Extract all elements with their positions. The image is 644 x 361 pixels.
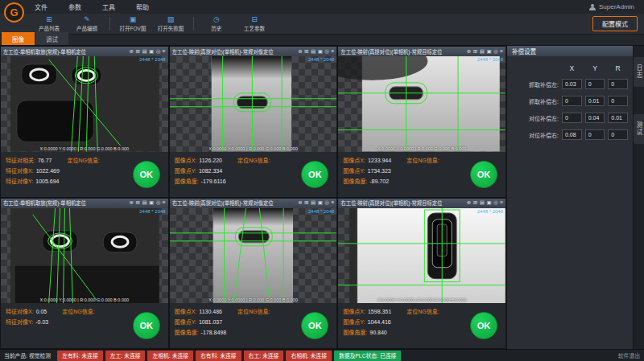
layers-icon[interactable]: ▤	[311, 49, 316, 55]
grab-comp-right-y-input[interactable]	[585, 96, 605, 106]
info-line: 特征对像X: 0.05 定位NG信息:	[6, 306, 126, 317]
toolbar-item-history[interactable]: ◷ 历史	[198, 14, 235, 34]
toolbar-item-product-list[interactable]: ⊞ 产品列表	[31, 14, 68, 34]
menu-help[interactable]: 帮助	[132, 1, 153, 13]
layers-icon[interactable]: ▤	[480, 200, 485, 206]
side-tab-test[interactable]: 测试	[634, 114, 644, 144]
product-edit-icon: ✎	[84, 16, 90, 23]
cursor-coordinates: X:0.0000 Y:0.0000 | R:0.000 G:0.000 B:0.…	[378, 297, 467, 302]
app-window: G 文件 参数 工具 帮助 SuperAdmin ⊞ 产品列表 ✎ 产品编辑 ▣…	[0, 0, 644, 361]
align-comp-left-x-input[interactable]	[562, 113, 582, 123]
status-ok-lamp: OK	[301, 161, 328, 188]
fit-icon[interactable]: ⊞	[473, 200, 477, 206]
menu-icon[interactable]: ≡	[163, 49, 166, 55]
zoom-icon[interactable]: ⊕	[129, 200, 133, 206]
col-header-x: X	[562, 64, 582, 72]
status-chip-left-material: 左有料: 未连接	[57, 351, 103, 361]
grid-icon[interactable]: ▣	[486, 49, 491, 55]
target-icon[interactable]: ◎	[493, 49, 498, 55]
grab-comp-right-x-input[interactable]	[562, 96, 582, 106]
grab-comp-right-label: 抓取补偿右:	[512, 97, 559, 105]
cell-result-panel: 特征对像X: 0.05 定位NG信息: 特征对像Y: -0.03 OK	[1, 303, 168, 348]
tab-debug[interactable]: 调试	[35, 32, 68, 45]
grab-comp-right-r-input[interactable]	[608, 96, 628, 106]
fit-icon[interactable]: ⊞	[135, 200, 139, 206]
camera-image[interactable]: 2448 * 2048 X:0.0000 Y:0.0000 | R:0.000 …	[1, 56, 168, 152]
align-comp-right-y-input[interactable]	[585, 129, 605, 140]
fit-icon[interactable]: ⊞	[135, 49, 139, 55]
user-menu[interactable]: SuperAdmin	[589, 3, 644, 10]
cursor-coordinates: X:0.0000 Y:0.0000 | R:0.000 G:0.000 B:0.…	[40, 297, 130, 302]
menu-icon[interactable]: ≡	[500, 49, 503, 55]
grid-icon[interactable]: ▣	[486, 200, 491, 206]
tab-image[interactable]: 图像	[2, 32, 35, 45]
menu-params[interactable]: 参数	[64, 1, 85, 13]
align-comp-right-x-input[interactable]	[562, 129, 582, 140]
camera-image[interactable]: 2448 * 2048 X:0.0000 Y:0.0000 | R:0.000 …	[170, 208, 337, 304]
cell-header: 右工位-映射(真提对位)(单相机)-常规目标定位 ⊕ ⊞ ▤ ▣ ◎ ≡	[338, 199, 506, 208]
camera-scene	[170, 208, 337, 304]
zoom-icon[interactable]: ⊕	[467, 200, 471, 206]
toolbar-item-label: 历史	[212, 24, 222, 32]
cell-result-panel: 图像点X: 1126.220 定位NG信息: 图像点Y: 1082.334 图像…	[170, 152, 337, 197]
grid-icon[interactable]: ▣	[318, 200, 323, 206]
grab-comp-left-r-input[interactable]	[608, 79, 628, 89]
menu-icon[interactable]: ≡	[332, 49, 335, 55]
grid-icon[interactable]: ▣	[149, 49, 154, 55]
info-value: -89.702	[369, 176, 389, 187]
zoom-icon[interactable]: ⊕	[298, 200, 302, 206]
info-value: -178.8498	[201, 327, 227, 338]
grid-icon[interactable]: ▣	[318, 49, 323, 55]
menu-icon[interactable]: ≡	[163, 200, 166, 206]
grab-comp-left-x-input[interactable]	[562, 79, 582, 89]
layers-icon[interactable]: ▤	[142, 49, 147, 55]
grid-icon[interactable]: ▣	[149, 200, 154, 206]
config-mode-button[interactable]: 配置模式	[592, 16, 638, 31]
target-icon[interactable]: ◎	[156, 49, 161, 55]
fit-icon[interactable]: ⊞	[473, 49, 477, 55]
camera-image[interactable]: 2448 * 2048 X:0.0000 Y:0.0000 | R:0.000 …	[1, 208, 168, 304]
info-line: 图像角度: -179.6116	[175, 176, 295, 187]
zoom-icon[interactable]: ⊕	[298, 49, 302, 55]
camera-image[interactable]: 2448 * 2048 X:0.0000 Y:0.0000 | R:0.000 …	[338, 208, 506, 304]
toolbar-item-open-fail-image[interactable]: ▨ 打开失败图	[152, 14, 189, 34]
info-label: 图像点X:	[175, 306, 197, 317]
info-value: 1005.694	[35, 176, 59, 187]
fit-icon[interactable]: ⊞	[304, 200, 308, 206]
menu-icon[interactable]: ≡	[500, 200, 503, 206]
target-icon[interactable]: ◎	[324, 49, 329, 55]
zoom-icon[interactable]: ⊕	[467, 49, 471, 55]
image-resolution: 2448 * 2048	[308, 57, 334, 62]
menu-icon[interactable]: ≡	[332, 200, 335, 206]
info-label: 特征对相关:	[6, 155, 35, 166]
open-fov-image-icon: ▣	[130, 16, 137, 23]
target-icon[interactable]: ◎	[493, 200, 498, 206]
camera-image[interactable]: 2448 * 2048 X:0.0000 Y:0.0000 | R:0.000 …	[338, 56, 506, 152]
info-label: 图像点Y:	[343, 166, 365, 176]
grab-comp-left-y-input[interactable]	[585, 79, 605, 89]
align-comp-left-r-input[interactable]	[608, 113, 628, 123]
fit-icon[interactable]: ⊞	[304, 49, 308, 55]
info-label: 图像点X:	[343, 155, 365, 166]
camera-image[interactable]: 2448 * 2048 X:0.0000 Y:0.0000 | R:0.000 …	[170, 56, 337, 152]
toolbar-item-product-edit[interactable]: ✎ 产品编辑	[68, 14, 105, 34]
align-comp-left-y-input[interactable]	[585, 113, 605, 123]
target-icon[interactable]: ◎	[324, 200, 329, 206]
cell-title: 左工位-映射(真提对位)(单相机)-常规对像定位	[172, 48, 297, 55]
toolbar-item-open-fov-image[interactable]: ▣ 打开FOV图	[114, 14, 151, 34]
side-tab-log[interactable]: 日志	[634, 57, 644, 87]
menu-file[interactable]: 文件	[31, 1, 52, 13]
layers-icon[interactable]: ▤	[480, 49, 485, 55]
layers-icon[interactable]: ▤	[311, 200, 316, 206]
zoom-icon[interactable]: ⊕	[129, 49, 133, 55]
target-icon[interactable]: ◎	[156, 200, 161, 206]
toolbar-item-process-params[interactable]: ⊟ 工艺参数	[236, 14, 273, 34]
history-icon: ◷	[213, 16, 220, 23]
info-value: -0.03	[35, 317, 48, 327]
toolbar-item-label: 产品列表	[39, 24, 60, 32]
align-comp-right-r-input[interactable]	[608, 129, 628, 140]
camera-cell-left-pick: 左工位-单相机取放(常规)-单相机定位 ⊕ ⊞ ▤ ▣ ◎ ≡	[1, 47, 168, 197]
status-chip-left-camera: 左相机: 未连接	[147, 351, 193, 361]
menu-tools[interactable]: 工具	[98, 1, 119, 13]
layers-icon[interactable]: ▤	[142, 200, 147, 206]
